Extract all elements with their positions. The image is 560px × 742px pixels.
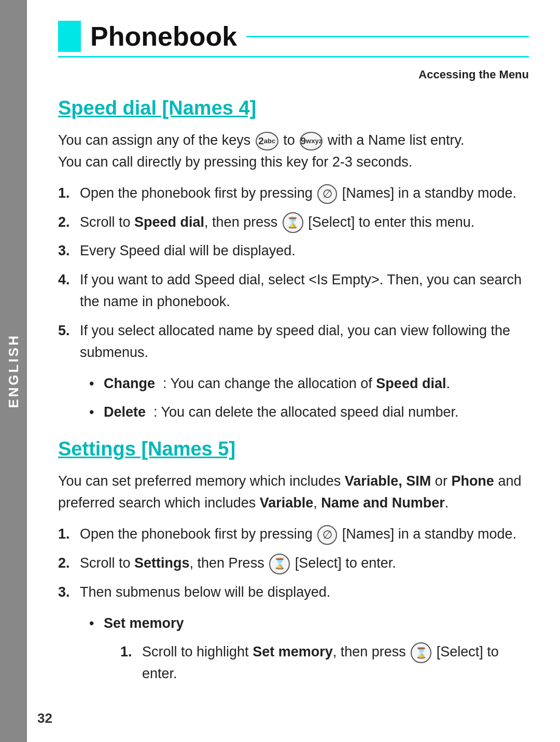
section1-item-2: 2. Scroll to Speed dial, then press ⌛ [S… — [58, 212, 529, 233]
s2-item3-content: Then submenus below will be displayed. — [80, 582, 529, 603]
s2-item3-num: 3. — [58, 582, 80, 603]
bullet-delete: • Delete : You can delete the allocated … — [89, 402, 529, 423]
section2-list: 1. Open the phonebook first by pressing … — [58, 524, 529, 603]
s2-item1-num: 1. — [58, 524, 80, 545]
s2-item2-num: 2. — [58, 553, 80, 574]
bullet-set-memory: • Set memory — [89, 613, 529, 635]
select-icon-2: ⌛ — [269, 554, 290, 574]
section1-list: 1. Open the phonebook first by pressing … — [58, 183, 529, 364]
set-memory-sub-list: 1. Scroll to highlight Set memory, then … — [120, 641, 529, 685]
select-icon-3: ⌛ — [411, 642, 431, 663]
item3-content: Every Speed dial will be displayed. — [80, 240, 529, 262]
to-text: to — [283, 132, 295, 148]
section1-intro: You can assign any of the keys 2abc to 9… — [58, 130, 529, 173]
bullet-dot-1: • — [89, 373, 104, 395]
names-icon-2: ∅ — [317, 525, 337, 545]
set-memory-item-1: 1. Scroll to highlight Set memory, then … — [120, 641, 529, 685]
bullet-change: • Change : You can change the allocation… — [89, 373, 529, 395]
intro3-text: You can call directly by pressing this k… — [58, 154, 412, 170]
section1-item-4: 4. If you want to add Speed dial, select… — [58, 269, 529, 313]
section1: Speed dial [Names 4] You can assign any … — [58, 97, 529, 423]
set-memory-label: Set memory — [104, 613, 529, 635]
section2-intro: You can set preferred memory which inclu… — [58, 471, 529, 514]
section1-item-5: 5. If you select allocated name by speed… — [58, 320, 529, 364]
section1-item-3: 3. Every Speed dial will be displayed. — [58, 240, 529, 262]
bullet-dot-2: • — [89, 402, 104, 423]
bullet-dot-3: • — [89, 613, 104, 635]
accessing-menu-label: Accessing the Menu — [58, 68, 529, 81]
names-icon-1: ∅ — [317, 184, 337, 204]
section2-item-2: 2. Scroll to Settings, then Press ⌛ [Sel… — [58, 553, 529, 574]
item2-content: Scroll to Speed dial, then press ⌛ [Sele… — [80, 212, 529, 233]
sidebar-tab: ENGLISH — [0, 0, 27, 742]
page-title: Phonebook — [90, 21, 237, 52]
item4-num: 4. — [58, 269, 80, 291]
sm-item1-num: 1. — [120, 641, 142, 663]
set-memory-section: • Set memory 1. Scroll to highlight Set … — [89, 613, 529, 685]
sm-item1-content: Scroll to highlight Set memory, then pre… — [142, 641, 529, 685]
item5-num: 5. — [58, 320, 80, 342]
section1-bullets: • Change : You can change the allocation… — [89, 373, 529, 424]
header-underline — [246, 36, 529, 37]
page-header: Phonebook — [58, 21, 529, 58]
intro1-text: You can assign any of the keys — [58, 132, 250, 148]
section2-heading: Settings [Names 5] — [58, 438, 529, 460]
section1-item-1: 1. Open the phonebook first by pressing … — [58, 183, 529, 204]
bullet-delete-content: Delete : You can delete the allocated sp… — [104, 402, 529, 423]
key-9wxyz-icon: 9wxyz — [300, 132, 323, 150]
header-accent-block — [58, 21, 81, 52]
s2-item2-content: Scroll to Settings, then Press ⌛ [Select… — [80, 553, 529, 574]
select-icon-1: ⌛ — [283, 212, 303, 233]
item2-num: 2. — [58, 212, 80, 233]
item3-num: 3. — [58, 240, 80, 262]
section1-heading: Speed dial [Names 4] — [58, 97, 529, 119]
key-2abc-icon: 2abc — [256, 132, 278, 150]
sidebar-label: ENGLISH — [6, 334, 22, 408]
s2-item1-content: Open the phonebook first by pressing ∅ [… — [80, 524, 529, 545]
item5-content: If you select allocated name by speed di… — [80, 320, 529, 364]
bullet-change-content: Change : You can change the allocation o… — [104, 373, 529, 395]
page-number: 32 — [37, 710, 52, 726]
section2: Settings [Names 5] You can set preferred… — [58, 438, 529, 685]
item1-num: 1. — [58, 183, 80, 204]
section2-item-3: 3. Then submenus below will be displayed… — [58, 582, 529, 603]
item4-content: If you want to add Speed dial, select <I… — [80, 269, 529, 313]
intro2-text: with a Name list entry. — [328, 132, 465, 148]
main-content: Phonebook Accessing the Menu Speed dial … — [27, 0, 560, 720]
item1-content: Open the phonebook first by pressing ∅ [… — [80, 183, 529, 204]
section2-item-1: 1. Open the phonebook first by pressing … — [58, 524, 529, 545]
